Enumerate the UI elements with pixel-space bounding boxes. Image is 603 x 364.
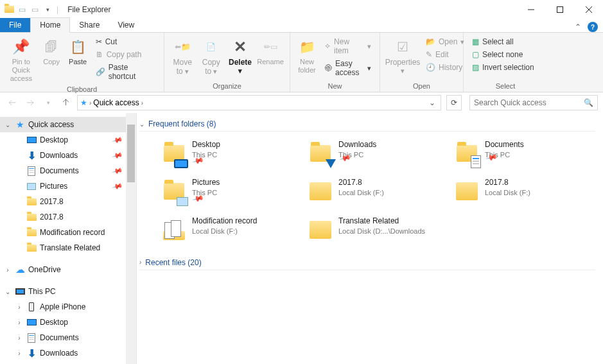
folder-item[interactable]: 2017.8 Local Disk (F:) (451, 176, 598, 210)
folder-name: Translate Related (338, 216, 425, 227)
new-folder-button[interactable]: 📁New folder (294, 35, 320, 82)
move-to-button[interactable]: ⬅📁Move to ▾ (168, 35, 197, 82)
edit-icon: ✎ (426, 50, 432, 59)
group-new-label: New (290, 82, 380, 92)
copy-path-button[interactable]: 🗎Copy path (94, 49, 157, 60)
back-button[interactable]: 🡠 (5, 96, 19, 110)
maximize-button[interactable] (545, 0, 574, 19)
history-icon: 🕘 (426, 63, 435, 72)
expand-icon: › (139, 259, 141, 266)
pin-to-quick-access-button[interactable]: 📌Pin to Quick access (4, 35, 39, 85)
search-icon[interactable]: 🔍 (584, 98, 593, 107)
close-button[interactable] (574, 0, 603, 19)
navbar: 🡠 🡢 ▾ 🡡 ★ › Quick access › ⌄ ⟳ 🔍 (0, 92, 603, 113)
sidebar-item[interactable]: ›Documents (0, 330, 136, 345)
folder-item[interactable]: Modification record Local Disk (F:) (159, 214, 305, 245)
qat-properties-icon[interactable]: ▭ (17, 4, 27, 15)
folder-location: Local Disk (F:) (485, 188, 530, 197)
sidebar-quick-access[interactable]: ⌄★Quick access (0, 117, 136, 132)
rename-button[interactable]: ✏▭Rename (255, 35, 286, 82)
window-title: File Explorer (67, 5, 110, 14)
copy-button[interactable]: 🗐Copy (39, 35, 65, 85)
folder-icon (161, 140, 187, 167)
easy-access-button[interactable]: 🞋Easy access ▾ (322, 58, 373, 78)
edit-button[interactable]: ✎Edit (424, 49, 466, 60)
breadcrumb-root[interactable]: Quick access (93, 98, 139, 107)
sidebar-item[interactable]: 2017.8 (0, 194, 136, 209)
pin-icon: 📌 (112, 165, 124, 177)
explorer-icon (4, 4, 14, 15)
open-button[interactable]: 📂Open ▾ (424, 36, 466, 48)
folder-item[interactable]: Downloads This PC 📌 (305, 138, 451, 172)
select-none-button[interactable]: ▢Select none (470, 49, 536, 60)
folder-icon (454, 178, 480, 205)
invert-icon: ▨ (472, 63, 479, 72)
history-button[interactable]: 🕘History (424, 62, 466, 73)
delete-button[interactable]: ✕Delete▾ (225, 35, 255, 82)
pin-icon: 📌 (112, 134, 124, 146)
new-item-icon: ✧ (324, 42, 331, 51)
sidebar-item[interactable]: ⬇Downloads📌 (0, 148, 136, 163)
address-bar[interactable]: ★ › Quick access › ⌄ (77, 95, 441, 110)
tab-share[interactable]: Share (70, 18, 109, 32)
folder-name: Documents (485, 140, 524, 150)
collapse-ribbon-icon[interactable]: ⌃ (575, 22, 581, 31)
ribbon-tabs: File Home Share View ⌃ ? (0, 19, 603, 33)
select-all-icon: ▦ (472, 37, 479, 46)
sidebar-item[interactable]: 2017.8 (0, 209, 136, 225)
folder-item[interactable]: 2017.8 Local Disk (F:) (305, 176, 451, 210)
folder-icon (454, 140, 480, 167)
qat-newfolder-icon[interactable]: ▭ (30, 4, 40, 15)
sidebar-item[interactable]: Pictures📌 (0, 178, 136, 194)
paste-shortcut-button[interactable]: 🔗Paste shortcut (94, 62, 157, 82)
sidebar-onedrive[interactable]: ›☁OneDrive (0, 262, 136, 277)
sidebar-this-pc[interactable]: ⌄This PC (0, 284, 136, 299)
forward-button[interactable]: 🡢 (23, 96, 37, 110)
invert-selection-button[interactable]: ▨Invert selection (470, 62, 536, 73)
tab-file[interactable]: File (0, 18, 30, 32)
folder-item[interactable]: Translate Related Local Disk (D:...\Down… (305, 214, 451, 245)
paste-button[interactable]: 📋Paste (65, 35, 91, 85)
sidebar-item[interactable]: Documents📌 (0, 163, 136, 178)
up-button[interactable]: 🡡 (59, 96, 73, 110)
chevron-right-icon: › (89, 100, 91, 107)
recent-locations-button[interactable]: ▾ (41, 96, 55, 110)
folder-name: Desktop (192, 140, 220, 150)
folder-item[interactable]: Pictures This PC 📌 (159, 176, 305, 210)
address-dropdown-icon[interactable]: ⌄ (429, 98, 438, 107)
folder-name: Downloads (338, 140, 376, 150)
help-icon[interactable]: ? (588, 22, 598, 32)
cut-button[interactable]: ✂Cut (94, 36, 157, 48)
sidebar-item[interactable]: ›Apple iPhone (0, 299, 136, 315)
folder-name: 2017.8 (338, 178, 384, 188)
properties-button[interactable]: ☑Properties▾ (384, 35, 421, 82)
sidebar-item[interactable]: Desktop📌 (0, 132, 136, 148)
new-item-button[interactable]: ✧New item ▾ (322, 36, 373, 56)
folder-item[interactable]: Documents This PC 📌 (451, 138, 598, 172)
quick-access-star-icon: ★ (80, 98, 87, 107)
easy-access-icon: 🞋 (324, 64, 332, 73)
sidebar-item[interactable]: Translate Related (0, 240, 136, 256)
tab-home[interactable]: Home (30, 17, 70, 33)
sidebar-scrollbar[interactable] (126, 113, 136, 364)
chevron-right-icon[interactable]: › (141, 100, 143, 107)
recent-files-header[interactable]: › Recent files (20) (139, 258, 595, 270)
ribbon: 📌Pin to Quick access 🗐Copy 📋Paste ✂Cut 🗎… (0, 33, 603, 92)
search-box[interactable]: 🔍 (469, 95, 598, 110)
frequent-folders-header[interactable]: ⌄ Frequent folders (8) (139, 119, 595, 132)
content-area: ⌄ Frequent folders (8) Desktop This PC 📌… (137, 113, 603, 364)
sidebar-item[interactable]: ›Desktop (0, 315, 136, 330)
qat-dropdown-icon[interactable]: ▾ (42, 4, 53, 15)
frequent-folders-title: Frequent folders (8) (148, 119, 216, 128)
search-input[interactable] (474, 98, 584, 107)
minimize-button[interactable] (516, 0, 545, 19)
sidebar-item[interactable]: ›⬇Downloads (0, 345, 136, 361)
refresh-button[interactable]: ⟳ (446, 95, 462, 110)
folder-icon (308, 216, 333, 243)
select-all-button[interactable]: ▦Select all (470, 36, 536, 48)
sidebar-item[interactable]: Modification record (0, 225, 136, 240)
tab-view[interactable]: View (109, 18, 143, 32)
folder-item[interactable]: Desktop This PC 📌 (159, 138, 305, 172)
copy-to-button[interactable]: 📄Copy to ▾ (197, 35, 226, 82)
folder-name: 2017.8 (485, 178, 530, 188)
